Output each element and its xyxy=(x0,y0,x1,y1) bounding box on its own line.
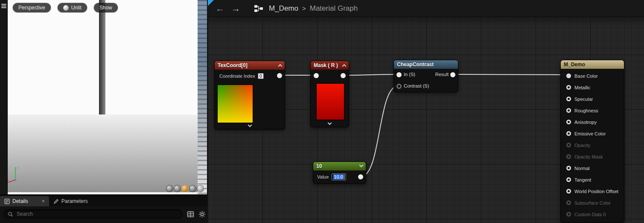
svg-text:x: x xyxy=(8,178,9,182)
unlit-sphere-icon xyxy=(63,5,69,11)
material-pin-world-position-offset[interactable]: World Position Offset xyxy=(566,185,624,197)
node-constant-header[interactable]: 10 xyxy=(313,162,366,170)
node-constant-title: 10 xyxy=(316,163,322,169)
node-material-title: M_Demo xyxy=(564,62,585,67)
pin-icon[interactable] xyxy=(566,120,571,124)
show-label: Show xyxy=(99,5,112,11)
view-mode-button[interactable]: Unlit xyxy=(58,3,87,12)
graph-top-shade xyxy=(208,17,644,26)
constant-value-row: Value 10.0 xyxy=(317,173,346,180)
search-box[interactable] xyxy=(3,209,183,219)
details-panel: Details × Parameters xyxy=(0,194,207,223)
back-arrow-icon[interactable]: ← xyxy=(216,4,224,13)
chevron-up-icon[interactable] xyxy=(278,64,283,68)
preview-sphere-icon[interactable] xyxy=(174,185,181,192)
forward-arrow-icon[interactable]: → xyxy=(231,4,240,13)
preview-sphere-selected-icon[interactable] xyxy=(182,185,188,192)
mask-red-preview xyxy=(316,83,344,120)
coordinate-index-row: Coordinate Index 0 xyxy=(215,70,285,79)
pin-icon[interactable] xyxy=(566,177,571,182)
node-material-result[interactable]: M_Demo Base Color Metallic Specular Roug… xyxy=(560,60,624,223)
pin-icon[interactable] xyxy=(566,85,571,90)
material-pin-base-color[interactable]: Base Color xyxy=(566,70,624,82)
viewport-scene-edge xyxy=(99,0,105,115)
graph-toolbar: ← → M_Demo > Material Graph xyxy=(208,0,644,17)
pin-icon xyxy=(566,154,571,159)
node-mask-header[interactable]: Mask ( R ) xyxy=(311,61,349,70)
coordinate-index-value[interactable]: 0 xyxy=(258,73,264,79)
constant-value-selected-text: 10.0 xyxy=(333,174,343,179)
material-pin-anisotropy[interactable]: Anisotropy xyxy=(566,116,624,128)
node-constant-10[interactable]: 10 Value 10.0 xyxy=(313,161,366,184)
material-pin-list: Base Color Metallic Specular Roughness A… xyxy=(561,69,624,220)
chevron-down-icon[interactable] xyxy=(328,121,332,125)
wire-constant-to-contrast[interactable] xyxy=(361,86,398,176)
pin-icon[interactable] xyxy=(566,131,571,136)
pin-icon[interactable] xyxy=(566,73,571,78)
tab-details[interactable]: Details × xyxy=(0,196,49,206)
node-mask[interactable]: Mask ( R ) xyxy=(310,61,349,127)
preview-cylinder-icon[interactable] xyxy=(166,185,173,192)
mask-input-pin[interactable] xyxy=(314,73,319,78)
material-pin-tangent[interactable]: Tangent xyxy=(566,174,624,185)
pin-icon[interactable] xyxy=(566,108,571,113)
left-toolbar-strip xyxy=(0,0,8,194)
perspective-button[interactable]: Perspective xyxy=(13,3,51,12)
node-texcoord[interactable]: TexCoord[0] Coordinate Index 0 xyxy=(214,61,285,129)
chevron-down-icon[interactable] xyxy=(248,123,252,127)
contrast-contrast-pin[interactable] xyxy=(396,84,402,89)
texcoord-output-pin[interactable] xyxy=(277,73,282,78)
tab-parameters[interactable]: Parameters xyxy=(49,196,92,206)
contrast-contrast-label: Contrast (S) xyxy=(404,83,429,88)
material-pin-specular[interactable]: Specular xyxy=(566,93,624,105)
tab-details-label: Details xyxy=(12,198,28,204)
wire-contrast-to-material[interactable] xyxy=(454,74,567,75)
close-icon[interactable]: × xyxy=(42,198,45,204)
material-pin-roughness[interactable]: Roughness xyxy=(566,105,624,116)
contrast-in-pin[interactable] xyxy=(396,72,402,77)
tab-parameters-label: Parameters xyxy=(61,198,88,204)
contrast-result-label: Result xyxy=(435,72,449,77)
wire-mask-to-contrast[interactable] xyxy=(344,74,398,75)
perspective-label: Perspective xyxy=(18,5,45,11)
material-pin-metallic[interactable]: Metallic xyxy=(566,82,624,93)
node-cheapcontrast-title: CheapContrast xyxy=(397,62,434,67)
node-cheapcontrast[interactable]: CheapContrast In (S) Result Contrast (S) xyxy=(393,60,458,92)
breadcrumb-asset[interactable]: M_Demo xyxy=(269,4,298,13)
texcoord-uv-preview xyxy=(217,85,253,123)
contrast-in-label: In (S) xyxy=(404,72,415,77)
show-button[interactable]: Show xyxy=(94,3,118,12)
chevron-down-icon[interactable] xyxy=(359,163,364,167)
axis-gizmo-icon: z x xyxy=(8,164,23,183)
mask-output-pin[interactable] xyxy=(341,73,346,78)
pin-icon xyxy=(566,212,571,217)
node-cheapcontrast-header[interactable]: CheapContrast xyxy=(394,60,458,69)
breadcrumb-separator-icon: > xyxy=(302,5,306,12)
material-graph-icon xyxy=(254,5,263,12)
text-caret xyxy=(344,174,344,179)
search-input[interactable] xyxy=(16,211,178,217)
settings-gear-icon[interactable] xyxy=(198,211,206,218)
pin-icon[interactable] xyxy=(566,97,571,101)
preview-cube-icon[interactable] xyxy=(189,185,196,192)
material-pin-opacity-mask: Opacity Mask xyxy=(566,151,624,162)
material-pin-normal[interactable]: Normal xyxy=(566,162,624,174)
viewport-toolbar: Perspective Unlit Show xyxy=(13,3,118,12)
menu-icon[interactable] xyxy=(1,4,6,8)
node-mask-title: Mask ( R ) xyxy=(314,62,338,68)
node-texcoord-header[interactable]: TexCoord[0] xyxy=(215,61,285,70)
material-pin-emissive-color[interactable]: Emissive Color xyxy=(566,128,624,139)
preview-viewport[interactable]: Perspective Unlit Show z x xyxy=(8,0,207,194)
contrast-result-pin[interactable] xyxy=(450,72,455,77)
pin-icon[interactable] xyxy=(566,166,571,170)
table-view-icon[interactable] xyxy=(187,211,194,218)
node-material-header[interactable]: M_Demo xyxy=(561,60,624,69)
constant-output-pin[interactable] xyxy=(358,174,363,179)
constant-value-field[interactable]: 10.0 xyxy=(332,173,346,180)
breadcrumb-page: Material Graph xyxy=(310,4,358,13)
coordinate-index-label: Coordinate Index xyxy=(219,73,255,79)
pin-icon[interactable] xyxy=(566,189,571,194)
chevron-up-icon[interactable] xyxy=(342,64,347,68)
material-graph-canvas[interactable]: ← → M_Demo > Material Graph TexCoord[0] … xyxy=(208,0,644,223)
preview-teapot-icon[interactable] xyxy=(197,185,204,192)
